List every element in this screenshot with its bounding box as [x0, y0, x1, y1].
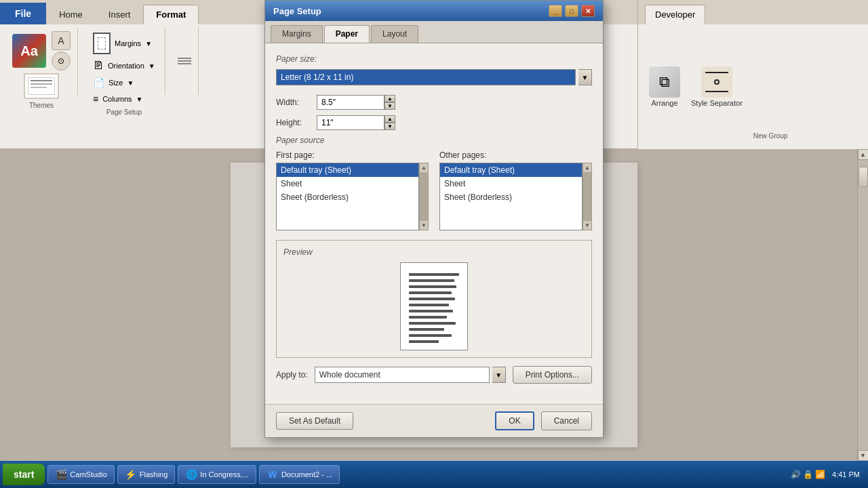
dialog-close-btn[interactable]: ✕	[581, 5, 595, 17]
first-page-item-0[interactable]: Default tray (Sheet)	[277, 163, 418, 177]
themes-icon: Aa	[12, 34, 46, 68]
tab-insert[interactable]: Insert	[96, 5, 144, 24]
scroll-down-btn[interactable]: ▼	[858, 450, 869, 461]
other-pages-scroll-down[interactable]: ▼	[585, 221, 590, 230]
dialog-maximize-btn[interactable]: □	[565, 5, 578, 17]
developer-area: Developer ⧉ Arrange Style Separator New …	[637, 0, 868, 149]
taskbar-label-3: Document2 - ...	[281, 470, 332, 479]
other-pages-scroll-thumb[interactable]	[583, 172, 591, 221]
orientation-icon: 🖹	[93, 60, 104, 72]
margins-btn[interactable]: Margins ▼	[90, 31, 155, 56]
preview-line-1	[409, 273, 459, 276]
apply-to-dropdown-btn[interactable]: ▼	[492, 367, 506, 383]
height-down-btn[interactable]: ▼	[384, 123, 395, 130]
other-pages-scrollbar[interactable]: ▲ ▼	[583, 163, 592, 230]
dialog-tab-margins[interactable]: Margins	[271, 25, 323, 43]
first-page-scroll-thumb[interactable]	[420, 172, 428, 221]
taskbar-tray: 🔊 🔒 📶 4:41 PM	[791, 470, 865, 479]
new-group-label: New Group	[753, 132, 788, 140]
other-pages-scroll-up[interactable]: ▲	[585, 163, 590, 172]
orientation-btn[interactable]: 🖹 Orientation ▼	[90, 58, 158, 73]
columns-btn[interactable]: ≡ Columns ▼	[90, 92, 145, 106]
preview-lines	[409, 273, 459, 343]
tab-file[interactable]: File	[0, 3, 46, 24]
preview-line-11	[409, 334, 452, 337]
tray-icon-2[interactable]: 📶	[815, 470, 825, 479]
height-spinner: ▲ ▼	[384, 115, 395, 130]
arrange-label: Arrange	[651, 99, 677, 107]
start-button[interactable]: start	[3, 464, 45, 485]
preview-line-8	[409, 316, 447, 319]
taskbar-icon-2: 🌐	[185, 468, 197, 481]
paper-size-combo[interactable]: Letter (8 1/2 x 11 in)	[276, 69, 576, 85]
width-down-btn[interactable]: ▼	[384, 102, 395, 110]
height-label: Height:	[276, 118, 310, 127]
font-color-btn[interactable]: A	[52, 31, 71, 50]
developer-tab-bar: Developer	[638, 0, 868, 24]
margins-dropdown-icon[interactable]: ▼	[145, 40, 152, 47]
taskbar-item-0[interactable]: 🎬 CamStudio	[47, 465, 114, 484]
print-options-btn[interactable]: Print Options...	[513, 366, 592, 384]
dialog-tab-paper[interactable]: Paper	[324, 25, 370, 43]
columns-dropdown-icon[interactable]: ▼	[136, 96, 143, 103]
taskbar-icon-1: ⚡	[125, 468, 137, 481]
width-up-btn[interactable]: ▲	[384, 95, 395, 102]
preview-label: Preview	[283, 247, 585, 257]
size-btn[interactable]: 📄 Size ▼	[90, 76, 136, 89]
width-input-wrap: ▲ ▼	[317, 95, 395, 110]
size-dropdown-icon[interactable]: ▼	[127, 79, 134, 87]
paper-size-group: Paper size: Letter (8 1/2 x 11 in) ▼	[276, 54, 592, 85]
tab-format[interactable]: Format	[143, 5, 199, 24]
arrange-btn[interactable]: ⧉ Arrange	[649, 66, 680, 107]
first-page-scrollbar[interactable]: ▲ ▼	[419, 163, 429, 230]
arrange-icon: ⧉	[649, 66, 680, 98]
preview-line-6	[409, 304, 449, 306]
other-pages-item-1[interactable]: Sheet	[440, 177, 582, 190]
tray-icon-0[interactable]: 🔊	[791, 470, 801, 479]
vertical-scrollbar[interactable]: ▲ ▼	[857, 149, 868, 461]
first-page-item-1[interactable]: Sheet	[277, 177, 418, 190]
footer-left: Set As Default	[276, 412, 353, 430]
tab-home[interactable]: Home	[46, 5, 96, 24]
paper-size-dropdown-btn[interactable]: ▼	[578, 69, 592, 85]
scroll-thumb[interactable]	[859, 167, 868, 187]
cancel-btn[interactable]: Cancel	[541, 411, 592, 430]
paper-source-label: Paper source	[276, 136, 592, 145]
preview-section: Preview	[276, 240, 592, 358]
footer-right: OK Cancel	[495, 411, 592, 430]
first-page-scroll-up[interactable]: ▲	[421, 163, 427, 172]
other-pages-item-0[interactable]: Default tray (Sheet)	[440, 163, 582, 177]
scroll-track[interactable]	[858, 160, 868, 450]
dialog-tab-layout[interactable]: Layout	[371, 25, 418, 43]
other-pages-item-2[interactable]: Sheet (Borderless)	[440, 190, 582, 204]
paper-size-section-label: Paper size:	[276, 54, 592, 64]
dialog-minimize-btn[interactable]: _	[549, 5, 562, 17]
preview-line-3	[409, 285, 456, 288]
tray-icon-1[interactable]: 🔒	[803, 470, 813, 479]
first-page-list-wrap: Default tray (Sheet) Sheet Sheet (Border…	[276, 163, 429, 230]
set-as-default-btn[interactable]: Set As Default	[276, 412, 353, 430]
taskbar-item-2[interactable]: 🌐 In Congress,...	[178, 465, 256, 484]
ok-btn[interactable]: OK	[495, 411, 534, 430]
first-page-list[interactable]: Default tray (Sheet) Sheet Sheet (Border…	[276, 163, 419, 230]
preview-line-9	[409, 322, 456, 325]
height-input[interactable]	[317, 115, 384, 130]
taskbar-item-1[interactable]: ⚡ Flashing	[117, 465, 176, 484]
paper-size-combo-row: Letter (8 1/2 x 11 in) ▼	[276, 69, 592, 85]
themes-circle-btn[interactable]: ⊙	[52, 52, 71, 70]
taskbar-item-3[interactable]: W Document2 - ...	[259, 465, 340, 484]
orientation-dropdown-icon[interactable]: ▼	[149, 62, 155, 70]
first-page-item-2[interactable]: Sheet (Borderless)	[277, 190, 418, 204]
style-separator-btn[interactable]: Style Separator	[691, 66, 743, 107]
height-up-btn[interactable]: ▲	[384, 115, 395, 123]
width-input[interactable]	[317, 95, 384, 110]
page-setup-dialog[interactable]: Page Setup _ □ ✕ Margins Paper Layout Pa…	[264, 0, 604, 438]
first-page-label: First page:	[276, 150, 429, 160]
tab-developer[interactable]: Developer	[645, 5, 705, 24]
first-page-scroll-down[interactable]: ▼	[421, 221, 427, 230]
apply-to-combo[interactable]: Whole document	[315, 367, 490, 383]
taskbar-icon-3: W	[267, 468, 279, 481]
other-pages-list[interactable]: Default tray (Sheet) Sheet Sheet (Border…	[439, 163, 583, 230]
scroll-up-btn[interactable]: ▲	[858, 149, 869, 160]
other-pages-list-wrap: Default tray (Sheet) Sheet Sheet (Border…	[439, 163, 592, 230]
